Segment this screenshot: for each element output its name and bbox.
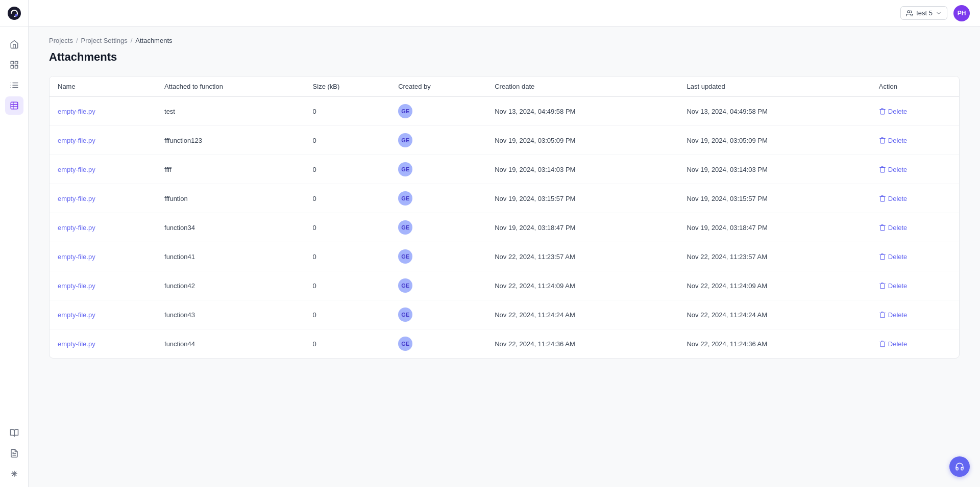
file-link[interactable]: empty-file.py [58,253,95,261]
table-row: empty-file.py function34 0 GE Nov 19, 20… [50,213,959,242]
trash-icon [879,195,886,202]
user-avatar-cell: GE [398,162,412,176]
sidebar-item-docs[interactable] [5,424,23,442]
file-link[interactable]: empty-file.py [58,195,95,202]
user-avatar-cell: GE [398,220,412,235]
delete-button[interactable]: Delete [879,166,908,173]
cell-name: empty-file.py [50,242,156,271]
trash-icon [879,108,886,115]
page-content: Projects / Project Settings / Attachment… [29,27,980,487]
delete-button[interactable]: Delete [879,340,908,348]
delete-button[interactable]: Delete [879,311,908,319]
sidebar-item-list[interactable] [5,76,23,94]
app-layout: test 5 PH Projects / Project Settings / … [0,0,980,487]
table-body: empty-file.py test 0 GE Nov 13, 2024, 04… [50,97,959,358]
delete-button[interactable]: Delete [879,137,908,144]
cell-size: 0 [305,184,390,213]
cell-name: empty-file.py [50,184,156,213]
breadcrumb-projects[interactable]: Projects [49,37,73,44]
cell-name: empty-file.py [50,300,156,329]
cell-created-by: GE [390,126,486,155]
cell-last-updated: Nov 22, 2024, 11:24:09 AM [678,271,870,300]
cell-action: Delete [871,242,959,271]
cell-creation-date: Nov 13, 2024, 04:49:58 PM [486,97,678,126]
col-last-updated: Last updated [678,76,870,97]
sidebar-item-integrations[interactable] [5,465,23,483]
user-avatar-cell: GE [398,249,412,264]
table-row: empty-file.py function41 0 GE Nov 22, 20… [50,242,959,271]
col-name: Name [50,76,156,97]
delete-button[interactable]: Delete [879,108,908,115]
cell-last-updated: Nov 22, 2024, 11:24:36 AM [678,329,870,358]
file-link[interactable]: empty-file.py [58,340,95,348]
breadcrumb: Projects / Project Settings / Attachment… [49,37,960,44]
cell-name: empty-file.py [50,126,156,155]
cell-action: Delete [871,97,959,126]
cell-size: 0 [305,97,390,126]
cell-action: Delete [871,126,959,155]
cell-created-by: GE [390,300,486,329]
table-header: Name Attached to function Size (kB) Crea… [50,76,959,97]
cell-created-by: GE [390,97,486,126]
col-attached-to-function: Attached to function [156,76,305,97]
cell-action: Delete [871,184,959,213]
project-selector[interactable]: test 5 [900,6,947,20]
file-link[interactable]: empty-file.py [58,311,95,319]
delete-button[interactable]: Delete [879,195,908,202]
sidebar-item-board[interactable] [5,56,23,74]
main-content: test 5 PH Projects / Project Settings / … [29,0,980,487]
svg-rect-4 [15,66,17,68]
chevron-down-icon [936,10,942,16]
header: test 5 PH [29,0,980,27]
cell-function: function34 [156,213,305,242]
sidebar-item-report[interactable] [5,444,23,463]
delete-button[interactable]: Delete [879,253,908,261]
trash-icon [879,166,886,173]
delete-button[interactable]: Delete [879,282,908,290]
cell-last-updated: Nov 19, 2024, 03:05:09 PM [678,126,870,155]
file-link[interactable]: empty-file.py [58,282,95,290]
breadcrumb-project-settings[interactable]: Project Settings [81,37,128,44]
cell-action: Delete [871,300,959,329]
cell-creation-date: Nov 19, 2024, 03:14:03 PM [486,155,678,184]
cell-creation-date: Nov 22, 2024, 11:24:36 AM [486,329,678,358]
trash-icon [879,282,886,289]
cell-action: Delete [871,271,959,300]
svg-point-0 [8,7,21,20]
cell-size: 0 [305,126,390,155]
cell-function: function42 [156,271,305,300]
user-avatar-cell: GE [398,307,412,322]
cell-created-by: GE [390,155,486,184]
logo[interactable] [0,0,28,27]
table-row: empty-file.py function42 0 GE Nov 22, 20… [50,271,959,300]
cell-action: Delete [871,329,959,358]
user-avatar[interactable]: PH [953,5,970,21]
col-created-by: Created by [390,76,486,97]
sidebar-item-home[interactable] [5,35,23,54]
col-size: Size (kB) [305,76,390,97]
cell-size: 0 [305,213,390,242]
cell-size: 0 [305,271,390,300]
file-link[interactable]: empty-file.py [58,137,95,144]
cell-last-updated: Nov 22, 2024, 11:24:24 AM [678,300,870,329]
header-right: test 5 PH [900,5,970,21]
cell-function: fffunction123 [156,126,305,155]
file-link[interactable]: empty-file.py [58,224,95,232]
delete-button[interactable]: Delete [879,224,908,232]
table-row: empty-file.py ffff 0 GE Nov 19, 2024, 03… [50,155,959,184]
file-link[interactable]: empty-file.py [58,166,95,173]
support-button[interactable] [949,456,970,477]
cell-creation-date: Nov 22, 2024, 11:24:09 AM [486,271,678,300]
cell-function: function41 [156,242,305,271]
file-link[interactable]: empty-file.py [58,108,95,115]
cell-function: ffff [156,155,305,184]
cell-function: fffuntion [156,184,305,213]
cell-last-updated: Nov 22, 2024, 11:23:57 AM [678,242,870,271]
table-row: empty-file.py fffunction123 0 GE Nov 19,… [50,126,959,155]
sidebar-item-attachments[interactable] [5,96,23,115]
breadcrumb-sep-2: / [131,37,133,44]
user-avatar-cell: GE [398,337,412,351]
table-row: empty-file.py function44 0 GE Nov 22, 20… [50,329,959,358]
cell-created-by: GE [390,213,486,242]
trash-icon [879,311,886,318]
